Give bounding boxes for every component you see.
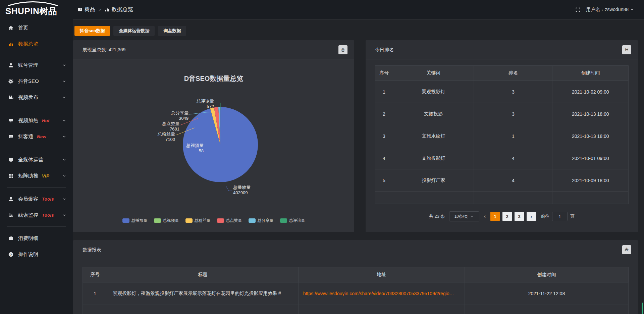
legend-swatch xyxy=(280,218,287,223)
tab-douyin-seo-data[interactable]: 抖音seo数据 xyxy=(74,26,110,36)
grid-icon xyxy=(8,173,14,179)
sidebar-item-operation-guide[interactable]: ?操作说明 xyxy=(0,246,73,262)
scrollbar-thumb[interactable] xyxy=(642,303,643,314)
chart-panel-header: 展现量总数: 421,369 总 xyxy=(73,40,354,59)
sidebar-item-douyin-seo[interactable]: 抖音SEO xyxy=(0,73,73,89)
legend-swatch xyxy=(217,218,224,223)
pie-callout-总视频量: 总视频量58 xyxy=(186,143,204,154)
pie-callout-总点赞量: 总点赞量7681 xyxy=(162,121,179,132)
sidebar-item-label: 视频加热 xyxy=(18,117,38,124)
sidebar-divider xyxy=(7,148,66,148)
pie-slice-总分享量[interactable] xyxy=(218,107,220,145)
legend-item-总评论量[interactable]: 总评论量 xyxy=(280,218,305,223)
report-link[interactable]: https://www.iesdouyin.com/share/video/70… xyxy=(298,282,465,305)
pie-svg[interactable] xyxy=(73,59,354,232)
report-panel: 数据报表 表 序号标题地址创建时间1景观投影灯，夜游景观投影灯厂家展示展示落花灯… xyxy=(73,240,638,314)
table-row: 2文旅投影32021-10-13 18:00 xyxy=(375,103,629,125)
sidebar-badge-vip: VIP xyxy=(42,173,49,178)
pie-slice-总粉丝量[interactable] xyxy=(210,108,220,145)
column-header: 标题 xyxy=(107,267,298,282)
rank-panel-title: 今日排名 xyxy=(375,47,394,52)
goto-page-input[interactable] xyxy=(552,212,568,221)
sidebar-item-consume-detail[interactable]: 消费明细 xyxy=(0,230,73,246)
table-row: 5投影灯厂家42021-10-09 18:00 xyxy=(375,169,629,192)
pie-slice-总视频量[interactable] xyxy=(210,108,220,145)
table-cell: 投影灯厂家 xyxy=(393,169,474,192)
tab-media-operation-data[interactable]: 全媒体运营数据 xyxy=(113,26,155,36)
sidebar-item-data-overview[interactable]: 数据总览 xyxy=(0,36,73,52)
user-menu[interactable]: 用户名：zswodun88 xyxy=(586,7,634,13)
daily-rank-button[interactable]: 日 xyxy=(622,45,631,54)
breadcrumb-root[interactable]: 树品 xyxy=(77,6,95,13)
tab-bar: 抖音seo数据全媒体运营数据询盘数据 xyxy=(74,26,186,36)
legend-label: 总评论量 xyxy=(289,218,305,223)
chevron-down-icon xyxy=(62,197,66,201)
sidebar-item-label: 数据总览 xyxy=(18,41,38,47)
pie-slice-总点赞量[interactable] xyxy=(214,107,220,145)
goto-label: 前往 xyxy=(541,213,549,219)
sidebar-item-account-manage[interactable]: 账号管理 xyxy=(0,57,73,73)
pie-callout-总播放量: 总播放量402909 xyxy=(233,185,251,196)
legend-label: 总播放量 xyxy=(131,218,148,223)
table-row-empty xyxy=(83,305,629,314)
page-size-select[interactable]: 10条/页 xyxy=(449,211,479,221)
sidebar-item-video-publish[interactable]: 视频发布 xyxy=(0,89,73,105)
column-header: 关键词 xyxy=(393,66,474,81)
tab-inquiry-data[interactable]: 询盘数据 xyxy=(158,26,186,36)
table-row: 3文旅水纹灯12021-10-13 18:00 xyxy=(375,125,629,147)
topbar-right: 用户名：zswodun88 xyxy=(575,0,634,19)
wallet-icon xyxy=(8,235,14,241)
chevron-down-icon xyxy=(630,8,634,11)
chevron-down-icon xyxy=(62,63,66,67)
sidebar-item-media-operation[interactable]: 全媒体运营 xyxy=(0,152,73,168)
sidebar-item-douketong[interactable]: 抖客通New xyxy=(0,128,73,145)
table-cell: 2021-10-13 18:00 xyxy=(552,103,629,125)
sidebar: SHUPIN树品 首页数据总览账号管理抖音SEO视频发布视频加热Hot抖客通Ne… xyxy=(0,0,73,314)
table-cell: 1 xyxy=(474,125,552,147)
fullscreen-icon[interactable] xyxy=(575,7,581,12)
pie-slice-总评论量[interactable] xyxy=(220,107,220,145)
table-cell: 景观投影灯 xyxy=(393,81,474,103)
prev-page-button[interactable]: ‹ xyxy=(482,213,488,220)
sidebar-item-label: 抖客通 xyxy=(18,134,33,140)
topbar: 树品 > 数据总览 用户名：zswodun88 xyxy=(73,0,644,19)
report-table-button[interactable]: 表 xyxy=(622,245,631,254)
rank-panel-header: 今日排名 日 xyxy=(366,40,638,59)
table-header-row: 序号关键词排名创建时间 xyxy=(375,66,629,81)
sidebar-item-matrix-boost[interactable]: 矩阵助推VIP xyxy=(0,168,73,184)
sidebar-item-home[interactable]: 首页 xyxy=(0,20,73,36)
page-button-1[interactable]: 1 xyxy=(490,212,500,221)
chart-legend: 总播放量总视频量总粉丝量总点赞量总分享量总评论量 xyxy=(73,218,354,223)
sidebar-badge-new: New xyxy=(37,134,46,139)
legend-item-总播放量[interactable]: 总播放量 xyxy=(122,218,148,223)
logo[interactable]: SHUPIN树品 xyxy=(5,1,69,19)
table-cell: 2021-10-01 09:00 xyxy=(552,147,629,169)
page-button-2[interactable]: 2 xyxy=(502,212,512,221)
sidebar-menu: 首页数据总览账号管理抖音SEO视频发布视频加热Hot抖客通New全媒体运营矩阵助… xyxy=(0,19,73,262)
svg-text:?: ? xyxy=(10,253,12,256)
legend-label: 总点赞量 xyxy=(226,218,242,223)
app-square-icon xyxy=(77,7,83,12)
table-cell: 2021-10-02 09:00 xyxy=(552,81,629,103)
sidebar-item-clue-monitor[interactable]: 线索监控Tools xyxy=(0,207,73,223)
legend-swatch xyxy=(185,218,193,223)
pie-slice-总播放量[interactable] xyxy=(183,107,258,182)
legend-item-总分享量[interactable]: 总分享量 xyxy=(249,218,274,223)
impressions-total-label: 展现量总数: 421,369 xyxy=(83,47,125,52)
breadcrumb: 树品 > 数据总览 xyxy=(77,0,133,19)
chart-icon xyxy=(8,41,14,47)
next-page-button[interactable]: › xyxy=(527,212,536,221)
chart-summary-button[interactable]: 总 xyxy=(338,45,347,54)
legend-item-总视频量[interactable]: 总视频量 xyxy=(154,218,179,223)
sidebar-item-label: 视频发布 xyxy=(18,94,38,101)
legend-item-总粉丝量[interactable]: 总粉丝量 xyxy=(185,218,211,223)
pie-callout-总分享量: 总分享量3049 xyxy=(171,110,189,121)
breadcrumb-current[interactable]: 数据总览 xyxy=(105,6,133,13)
table-cell: 3 xyxy=(474,81,552,103)
column-header: 排名 xyxy=(474,66,552,81)
legend-item-总点赞量[interactable]: 总点赞量 xyxy=(217,218,242,223)
table-cell: 文旅水纹灯 xyxy=(393,125,474,147)
page-button-3[interactable]: 3 xyxy=(515,212,524,221)
sidebar-item-member-burst[interactable]: 会员爆客Tools xyxy=(0,191,73,207)
sidebar-item-video-heat[interactable]: 视频加热Hot xyxy=(0,112,73,128)
